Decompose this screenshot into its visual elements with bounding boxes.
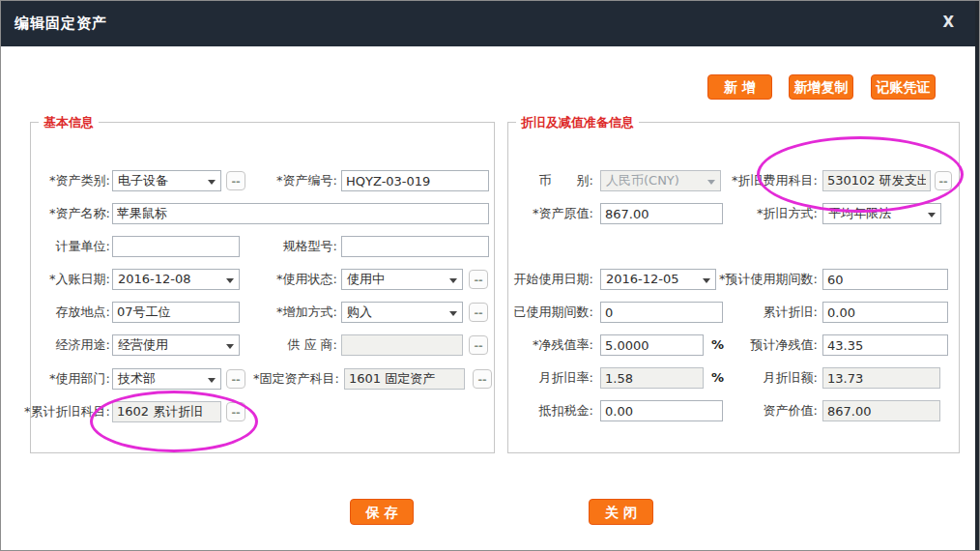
use-dept-label: *使用部门: [9, 368, 110, 390]
expected-residual-label: 预计净残值: [702, 334, 818, 356]
depr-method-value: 平均年限法 [828, 206, 891, 220]
chevron-down-icon [449, 278, 457, 283]
add-method-value: 购入 [347, 304, 372, 319]
monthly-depr-rate-label: 月折旧率: [502, 367, 593, 389]
location-label: 存放地点: [9, 302, 110, 323]
voucher-button[interactable]: 记账凭证 [871, 74, 936, 100]
use-status-value: 使用中 [347, 272, 385, 286]
currency-label: 币 别: [502, 170, 593, 191]
dialog-titlebar: 编辑固定资产 X [1, 1, 979, 46]
accum-depr-account-input[interactable] [112, 401, 221, 422]
original-value-label: *资产原值: [502, 203, 593, 224]
start-use-date-label: 开始使用日期: [502, 269, 593, 290]
accum-depr-account-label: *累计折旧科目: [9, 401, 110, 422]
add-copy-button[interactable]: 新增复制 [789, 74, 853, 100]
asset-category-label: *资产类别: [9, 170, 110, 191]
dialog-title: 编辑固定资产 [14, 14, 107, 33]
depr-expense-account-input[interactable] [822, 170, 931, 191]
model-label: 规格型号: [231, 236, 337, 257]
expected-residual-input[interactable] [822, 334, 948, 356]
depreciation-legend: 折旧及减值准备信息 [516, 114, 639, 131]
asset-value-label: 资产价值: [702, 400, 818, 421]
asset-value-input[interactable] [822, 400, 940, 421]
close-button[interactable]: 关 闭 [589, 499, 653, 525]
chevron-down-icon [449, 311, 457, 316]
chevron-down-icon [208, 378, 216, 383]
fixed-asset-account-picker-button[interactable]: -- [473, 369, 492, 389]
chevron-down-icon [208, 180, 216, 185]
monthly-depr-amount-label: 月折旧额: [702, 367, 818, 389]
supplier-picker-button[interactable]: -- [469, 335, 488, 355]
supplier-label: 供 应 商: [231, 334, 337, 356]
depr-expense-account-label: *折旧费用科目: [702, 170, 818, 191]
chevron-down-icon [928, 213, 936, 218]
use-status-picker-button[interactable]: -- [469, 270, 488, 289]
supplier-input[interactable] [341, 334, 463, 356]
monthly-depr-rate-input[interactable] [600, 367, 704, 389]
asset-name-label: *资产名称: [9, 203, 110, 224]
use-status-select[interactable]: 使用中 [341, 269, 463, 290]
expected-periods-label: *预计使用期间数: [702, 269, 818, 290]
model-input[interactable] [341, 236, 489, 257]
start-use-date-select[interactable]: 2016-12-05 [600, 269, 716, 290]
accum-depr-account-picker-button[interactable]: -- [226, 402, 245, 421]
basic-info-legend: 基本信息 [39, 114, 99, 131]
residual-rate-label: *净残值率: [502, 334, 593, 356]
add-method-select[interactable]: 购入 [341, 302, 463, 323]
entry-date-value: 2016-12-08 [118, 272, 191, 286]
economic-use-value: 经营使用 [118, 337, 168, 352]
residual-rate-input[interactable] [600, 334, 704, 356]
use-status-label: *使用状态: [231, 269, 337, 290]
economic-use-label: 经济用途: [9, 334, 110, 356]
fixed-asset-account-label: *固定资产科目: [223, 368, 339, 390]
unit-label: 计量单位: [9, 236, 110, 257]
add-button[interactable]: 新 增 [707, 74, 772, 100]
economic-use-select[interactable]: 经营使用 [112, 334, 240, 356]
save-button[interactable]: 保 存 [350, 499, 414, 525]
entry-date-label: *入账日期: [9, 269, 110, 290]
monthly-depr-amount-input[interactable] [822, 367, 940, 389]
asset-category-value: 电子设备 [118, 173, 168, 188]
accum-depr-label: 累计折旧: [702, 302, 818, 323]
asset-code-label: *资产编号: [231, 170, 337, 191]
currency-value: 人民币(CNY) [606, 173, 679, 188]
start-use-date-value: 2016-12-05 [606, 272, 679, 286]
add-method-label: *增加方式: [231, 302, 337, 323]
depr-method-label: *折旧方式: [702, 203, 818, 224]
unit-input[interactable] [112, 236, 240, 257]
tax-deduction-label: 抵扣税金: [502, 400, 593, 421]
asset-name-input[interactable] [112, 203, 489, 224]
depr-method-select[interactable]: 平均年限法 [822, 203, 941, 224]
asset-code-input[interactable] [341, 170, 489, 191]
use-dept-value: 技术部 [118, 371, 156, 386]
close-icon[interactable]: X [942, 14, 954, 31]
location-input[interactable] [112, 302, 240, 323]
edit-fixed-asset-dialog: 编辑固定资产 X 新 增 新增复制 记账凭证 基本信息 折旧及减值准备信息 *资… [0, 0, 980, 551]
expected-periods-input[interactable] [822, 269, 948, 290]
used-periods-label: 已使用期间数: [502, 302, 593, 323]
accum-depr-input[interactable] [822, 302, 948, 323]
asset-category-select[interactable]: 电子设备 [112, 170, 221, 191]
window-right-edge [975, 1, 979, 550]
depr-expense-account-picker-button[interactable]: -- [935, 171, 952, 190]
use-dept-select[interactable]: 技术部 [112, 368, 221, 390]
entry-date-select[interactable]: 2016-12-08 [112, 269, 240, 290]
fixed-asset-account-input[interactable] [344, 368, 465, 390]
add-method-picker-button[interactable]: -- [469, 303, 488, 322]
